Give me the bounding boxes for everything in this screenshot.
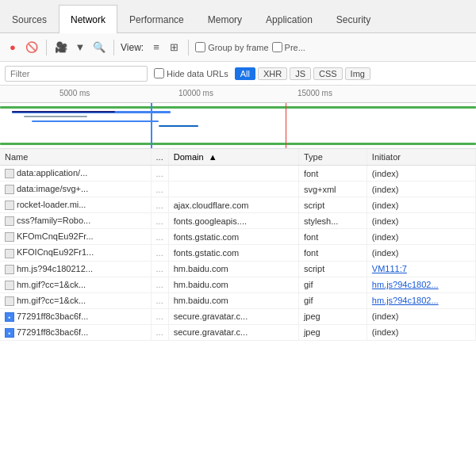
cell-dots: ... [151, 182, 168, 197]
row-icon [5, 232, 14, 242]
filter-icon[interactable]: ▼ [72, 40, 88, 55]
cell-name: css?family=Robo... [0, 213, 151, 229]
clear-button[interactable]: 🚫 [24, 40, 40, 55]
cell-initiator: (index) [367, 308, 475, 324]
preserve-log-input[interactable] [272, 42, 282, 52]
filter-tag-img[interactable]: Img [345, 67, 370, 80]
table-row[interactable]: ▪77291ff8c3bac6f... ... secure.gravatar.… [0, 308, 476, 324]
preserve-log-checkbox[interactable]: Pre... [272, 42, 305, 52]
table-row[interactable]: ▪77291ff8c3bac6f... ... secure.gravatar.… [0, 324, 476, 340]
cell-initiator[interactable]: hm.js?94c1802... [367, 292, 475, 308]
table-row[interactable]: hm.js?94c180212... ... hm.baidu.com scri… [0, 261, 476, 277]
cell-domain: secure.gravatar.c... [168, 308, 298, 324]
cell-name: ▪77291ff8c3bac6f... [0, 308, 151, 324]
cell-initiator: (index) [367, 197, 475, 213]
cell-dots: ... [151, 166, 168, 182]
cell-initiator: (index) [367, 324, 475, 340]
filter-tag-js[interactable]: JS [290, 67, 311, 80]
tab-memory[interactable]: Memory [196, 5, 254, 33]
cell-type: script [298, 261, 367, 277]
cell-name: hm.js?94c180212... [0, 261, 151, 277]
tl-bar-darkblue [12, 111, 115, 113]
cell-domain: fonts.googleapis.... [168, 213, 298, 229]
cell-name: data:image/svg+... [0, 182, 151, 197]
col-initiator[interactable]: Initiator [367, 149, 475, 166]
view-icons: ≡ ⊞ [148, 40, 182, 55]
cell-type: font [298, 166, 367, 182]
table-row[interactable]: data:image/svg+... ... svg+xml (index) [0, 182, 476, 197]
tab-network[interactable]: Network [59, 5, 117, 33]
table-row[interactable]: css?family=Robo... ... fonts.googleapis.… [0, 213, 476, 229]
row-icon [5, 216, 14, 226]
cell-initiator[interactable]: VM111:7 [367, 261, 475, 277]
col-name[interactable]: Name [0, 149, 151, 166]
hide-data-urls-checkbox[interactable]: Hide data URLs [154, 68, 228, 78]
cell-type: font [298, 245, 367, 261]
timeline-label-15000: 15000 ms [298, 89, 332, 97]
table-row[interactable]: data:application/... ... font (index) [0, 166, 476, 182]
filter-tag-all[interactable]: All [235, 67, 255, 80]
tab-application[interactable]: Application [254, 5, 324, 33]
cell-name: hm.gif?cc=1&ck... [0, 292, 151, 308]
timeline-ruler: 5000 ms 10000 ms 15000 ms [0, 86, 476, 103]
tl-bar-green-bottom [0, 143, 476, 145]
group-by-frame-checkbox[interactable]: Group by frame [195, 42, 268, 52]
cell-type: jpeg [298, 308, 367, 324]
table-header: Name ... Domain ▲ Type Initiator [0, 149, 476, 166]
filter-tag-css[interactable]: CSS [313, 67, 343, 80]
table-row[interactable]: KFOmCnqEu92Fr... ... fonts.gstatic.com f… [0, 229, 476, 245]
toolbar-separator-1 [46, 40, 47, 55]
cell-domain: hm.baidu.com [168, 292, 298, 308]
table-row[interactable]: rocket-loader.mi... ... ajax.cloudflare.… [0, 197, 476, 213]
table-row[interactable]: hm.gif?cc=1&ck... ... hm.baidu.com gif h… [0, 277, 476, 292]
search-icon[interactable]: 🔍 [91, 40, 107, 55]
cell-dots: ... [151, 229, 168, 245]
hide-data-urls-input[interactable] [154, 68, 164, 78]
col-dots: ... [151, 149, 168, 166]
tab-sources[interactable]: Sources [0, 5, 59, 33]
cell-dots: ... [151, 213, 168, 229]
cell-name: KFOmCnqEu92Fr... [0, 229, 151, 245]
tl-bar-blue2 [32, 120, 159, 122]
cell-initiator[interactable]: hm.js?94c1802... [367, 277, 475, 292]
table-row[interactable]: KFOICnqEu92Fr1... ... fonts.gstatic.com … [0, 245, 476, 261]
cell-initiator: (index) [367, 166, 475, 182]
cell-type: stylesh... [298, 213, 367, 229]
view-group-button[interactable]: ⊞ [166, 40, 182, 55]
cell-domain: hm.baidu.com [168, 277, 298, 292]
col-domain[interactable]: Domain ▲ [168, 149, 298, 166]
toolbar-separator-2 [113, 40, 114, 55]
tl-vline-blue [151, 103, 152, 149]
cell-dots: ... [151, 261, 168, 277]
cell-domain [168, 182, 298, 197]
requests-table: Name ... Domain ▲ Type Initiator data:ap… [0, 149, 476, 341]
record-button[interactable]: ● [5, 40, 21, 55]
cell-name: KFOICnqEu92Fr1... [0, 245, 151, 261]
table-row[interactable]: hm.gif?cc=1&ck... ... hm.baidu.com gif h… [0, 292, 476, 308]
row-icon [5, 249, 14, 258]
cell-dots: ... [151, 277, 168, 292]
cell-initiator: (index) [367, 182, 475, 197]
row-icon [5, 169, 14, 178]
tab-performance[interactable]: Performance [117, 5, 196, 33]
group-by-frame-label: Group by frame [208, 43, 268, 52]
cell-domain: secure.gravatar.c... [168, 324, 298, 340]
cell-type: jpeg [298, 324, 367, 340]
cell-domain: fonts.gstatic.com [168, 245, 298, 261]
toolbar-separator-3 [188, 40, 189, 55]
cell-domain: ajax.cloudflare.com [168, 197, 298, 213]
cell-type: font [298, 229, 367, 245]
tl-vline-red [286, 103, 286, 149]
video-button[interactable]: 🎥 [53, 40, 69, 55]
row-icon [5, 185, 14, 194]
filter-input[interactable] [5, 66, 148, 82]
cell-name: data:application/... [0, 166, 151, 182]
col-type[interactable]: Type [298, 149, 367, 166]
view-waterfall-button[interactable]: ≡ [148, 40, 164, 55]
cell-type: gif [298, 292, 367, 308]
tab-security[interactable]: Security [324, 5, 382, 33]
cell-dots: ... [151, 292, 168, 308]
network-table: Name ... Domain ▲ Type Initiator data:ap… [0, 149, 476, 341]
filter-tag-xhr[interactable]: XHR [258, 67, 287, 80]
group-by-frame-input[interactable] [195, 42, 205, 52]
